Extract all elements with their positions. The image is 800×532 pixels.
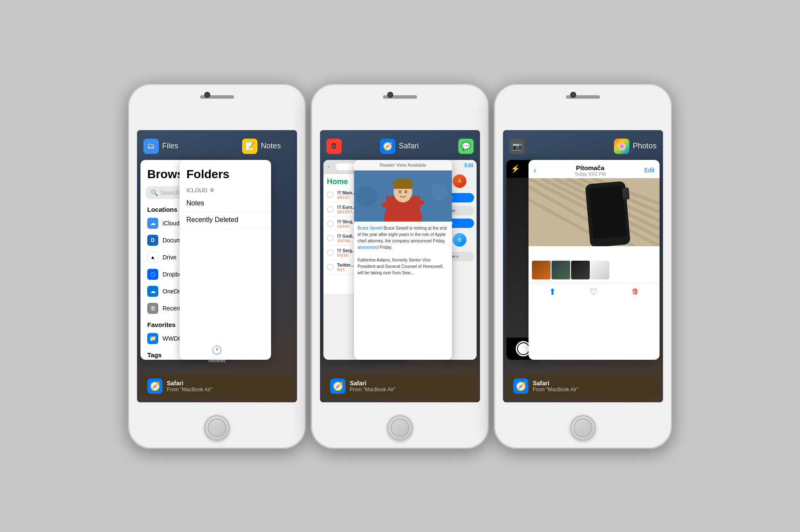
safari-handoff-icon-2: 🧭 [330, 378, 346, 394]
safari-item-circle-4 [327, 249, 334, 256]
messages-avatar-1: A [453, 174, 466, 188]
safari-item-circle-1 [327, 206, 334, 213]
messages-app-icon: 💬 [458, 139, 474, 154]
home-button-1[interactable] [204, 415, 230, 441]
files-app-icon: 🗂 [143, 139, 159, 154]
search-icon: 🔍 [151, 189, 158, 196]
home-button-inner-3 [574, 418, 592, 437]
svg-rect-5 [382, 202, 397, 208]
recently-deleted-notes-item[interactable]: Recently Deleted [180, 212, 271, 228]
back-icon: ‹ [328, 164, 329, 170]
handoff-text-3: Safari From "MacBook Air" [533, 380, 653, 393]
svg-rect-22 [589, 185, 627, 239]
folders-title: Folders [180, 160, 271, 184]
screen-2: 🗓 🧭 Safari 💬 ‹ › Home Home [320, 130, 480, 402]
handoff-bar-1[interactable]: 🧭 Safari From "MacBook Air" [141, 374, 293, 398]
iphone-3: 📷 🌸 Photos ⚡ [494, 83, 672, 449]
camera-lens-2 [387, 92, 393, 98]
notes-app-label[interactable]: 📝 Notes [242, 139, 281, 154]
search-placeholder: Search [160, 189, 179, 196]
iphone-2: 🗓 🧭 Safari 💬 ‹ › Home Home [311, 83, 489, 449]
iphone-1: 🗂 Files 📝 Notes Browse 🔍 Search Location… [128, 83, 306, 449]
svg-rect-9 [394, 182, 412, 189]
thumb-2[interactable] [551, 261, 570, 279]
reader-article-card[interactable]: Reader View Available [354, 160, 452, 360]
article-text-friday: Friday. [380, 245, 392, 250]
photos-toolbar: ⬆ ♡ 🗑 [529, 283, 660, 300]
svg-point-10 [399, 190, 401, 193]
icloud-icon: ☁ [147, 218, 158, 229]
heart-icon[interactable]: ♡ [590, 287, 597, 297]
photos-timestamp: Today 9:01 PM [536, 171, 644, 176]
handoff-text-2: Safari From "MacBook Air" [350, 380, 470, 393]
photos-main-image [529, 178, 660, 246]
forward-icon: › [332, 164, 334, 170]
onedrive-icon: ☁ [147, 286, 158, 297]
handoff-text-1: Safari From "MacBook Air" [167, 380, 287, 393]
home-button-2[interactable] [387, 415, 413, 441]
handoff-source-2: From "MacBook Air" [350, 387, 470, 393]
svg-rect-6 [409, 200, 424, 205]
photos-thumbs [529, 259, 660, 281]
drive-icon: ▲ [147, 252, 158, 263]
thumb-1[interactable] [532, 261, 551, 279]
phones-container: 🗂 Files 📝 Notes Browse 🔍 Search Location… [126, 83, 674, 449]
app-icon-row-3: 📷 🌸 Photos [503, 139, 663, 154]
photos-caption [529, 246, 660, 259]
delete-icon[interactable]: 🗑 [631, 287, 639, 296]
photos-title-group: Pitomača Today 9:01 PM [536, 164, 644, 176]
article-announced-link[interactable]: announced [357, 245, 379, 250]
drive-label: Drive [163, 254, 177, 261]
wwdc-folder-icon: 📁 [147, 333, 158, 344]
thumb-4[interactable] [591, 261, 609, 279]
icloud-section-label: ICLOUD [186, 187, 207, 193]
article-link[interactable]: Bruce Sewell [357, 226, 382, 230]
files-app-name: Files [162, 142, 178, 151]
article-text-2: Katherine Adams, formerly Senior Vice Pr… [357, 258, 443, 275]
handoff-bar-2[interactable]: 🧭 Safari From "MacBook Air" [324, 374, 476, 398]
deleted-icon: 🗑 [147, 303, 158, 314]
app-icon-row-2: 🗓 🧭 Safari 💬 [320, 139, 480, 154]
screen-1: 🗂 Files 📝 Notes Browse 🔍 Search Location… [137, 130, 297, 402]
photos-album-title: Pitomača [536, 164, 644, 171]
svg-point-11 [405, 190, 407, 193]
safari-item-circle-2 [327, 220, 334, 227]
photos-edit-button[interactable]: Edit [644, 167, 654, 174]
messages-app-label[interactable]: 💬 [458, 139, 474, 154]
safari-item-circle-0 [327, 191, 334, 198]
dropbox-icon: ◻ [147, 269, 158, 280]
handoff-bar-3[interactable]: 🧭 Safari From "MacBook Air" [507, 374, 659, 398]
camera-shutter-inner [518, 343, 529, 354]
calendar-app-label[interactable]: 🗓 [326, 139, 342, 154]
safari-app-label-2[interactable]: 🧭 Safari [380, 139, 419, 154]
photos-app-name: Photos [633, 142, 657, 151]
handoff-app-name-3: Safari [533, 380, 653, 387]
safari-handoff-icon: 🧭 [147, 378, 163, 394]
photos-app-label[interactable]: 🌸 Photos [614, 139, 657, 154]
camera-app-icon: 📷 [509, 139, 525, 154]
notes-folder-item[interactable]: Notes [180, 195, 271, 212]
article-image [354, 171, 452, 222]
screen-3: 📷 🌸 Photos ⚡ [503, 130, 663, 402]
recents-icon: 🕐 [209, 342, 225, 358]
reader-view-bar: Reader View Available [354, 160, 452, 171]
photos-app-card[interactable]: ‹ Pitomača Today 9:01 PM Edit [529, 160, 660, 360]
svg-point-2 [431, 183, 448, 200]
safari-app-icon-2: 🧭 [380, 139, 395, 154]
svg-point-1 [356, 185, 377, 207]
notes-app-icon: 📝 [242, 139, 257, 154]
home-button-inner-2 [391, 418, 409, 437]
home-button-3[interactable] [570, 415, 596, 441]
handoff-app-name: Safari [167, 380, 287, 387]
recents-bar[interactable]: 🕐 Recents [209, 342, 226, 363]
camera-lens-1 [204, 92, 210, 98]
safari-item-circle-3 [327, 235, 334, 242]
files-app-label[interactable]: 🗂 Files [143, 139, 178, 154]
messages-edit-label[interactable]: Edit [464, 162, 473, 168]
recents-label: Recents [209, 358, 226, 363]
app-icon-row-1: 🗂 Files 📝 Notes [137, 139, 297, 154]
thumb-3[interactable] [571, 261, 590, 279]
notes-app-card[interactable]: Folders ICLOUD ⚙ Notes Recently Deleted [180, 160, 271, 360]
share-icon[interactable]: ⬆ [549, 287, 556, 297]
camera-app-label[interactable]: 📷 [509, 139, 525, 154]
